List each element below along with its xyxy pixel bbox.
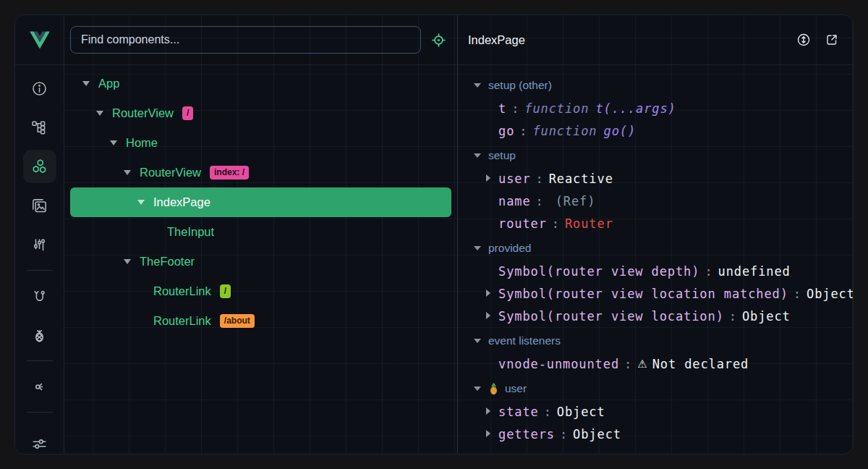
assets-icon bbox=[30, 197, 48, 215]
expand-toggle-icon[interactable] bbox=[110, 140, 119, 145]
property-value: Not declared bbox=[652, 357, 749, 371]
components-toolbar bbox=[64, 15, 457, 65]
property-value: (Ref) bbox=[556, 194, 596, 208]
section-title: setup bbox=[488, 149, 516, 162]
section-header-provided[interactable]: provided bbox=[469, 237, 853, 260]
tree-node-theinput[interactable]: TheInput bbox=[70, 217, 451, 247]
inspector-actions bbox=[795, 31, 841, 48]
sidebar-item-router[interactable] bbox=[23, 279, 56, 313]
function-signature: t(...args) bbox=[595, 101, 676, 116]
inspector-row-name: name:(Ref) bbox=[469, 190, 853, 212]
tree-node-thefooter[interactable]: TheFooter bbox=[70, 247, 451, 276]
expand-arrow-icon[interactable] bbox=[486, 407, 490, 415]
property-key: vnode-unmounted bbox=[498, 357, 619, 371]
component-name: RouterView bbox=[140, 166, 201, 179]
sidebar bbox=[15, 15, 64, 454]
triangle-down-icon bbox=[110, 140, 117, 145]
component-name: RouterLink bbox=[153, 284, 211, 298]
function-signature: go() bbox=[604, 124, 637, 138]
property-key: t bbox=[498, 101, 506, 116]
tree-node-routerview[interactable]: RouterViewindex: / bbox=[70, 158, 451, 187]
scroll-to-component-button[interactable] bbox=[795, 31, 812, 48]
section-header-setup[interactable]: setup bbox=[469, 144, 853, 167]
property-value: Object bbox=[573, 427, 621, 441]
expand-toggle-icon[interactable] bbox=[124, 170, 132, 175]
inspector-row-router: router:Router bbox=[469, 212, 853, 234]
property-key: getters bbox=[498, 427, 555, 441]
sidebar-item-settings[interactable] bbox=[23, 427, 56, 455]
sidebar-item-graph[interactable] bbox=[23, 370, 56, 403]
key-value-separator: : bbox=[536, 194, 544, 208]
select-component-button[interactable] bbox=[429, 30, 448, 49]
tree-node-app[interactable]: App bbox=[70, 69, 451, 98]
sidebar-item-overview[interactable] bbox=[23, 72, 56, 105]
scroll-to-icon bbox=[796, 32, 812, 48]
warning-icon: ⚠ bbox=[637, 358, 647, 371]
components-panel: AppRouterView/HomeRouterViewindex: /Inde… bbox=[64, 15, 458, 454]
inspector-row-symbol-router-view-depth-: Symbol(router view depth):undefined bbox=[469, 260, 853, 282]
triangle-down-icon bbox=[474, 153, 481, 158]
inspector-body: setup (other)t:functiont(...args)go:func… bbox=[458, 65, 853, 454]
settings-icon bbox=[30, 435, 48, 453]
tree-node-home[interactable]: Home bbox=[70, 128, 451, 158]
external-link-icon bbox=[824, 32, 840, 48]
component-name: TheInput bbox=[167, 225, 214, 239]
triangle-down-icon bbox=[124, 259, 131, 264]
search-input[interactable] bbox=[70, 26, 421, 54]
component-tree: AppRouterView/HomeRouterViewindex: /Inde… bbox=[64, 65, 457, 454]
component-name: TheFooter bbox=[140, 255, 195, 269]
vue-logo-icon bbox=[27, 29, 52, 51]
target-icon bbox=[430, 32, 447, 48]
tree-node-routerlink[interactable]: RouterLink/about bbox=[70, 306, 451, 336]
triangle-down-icon bbox=[82, 81, 90, 86]
vue-devtools-window: AppRouterView/HomeRouterViewindex: /Inde… bbox=[14, 14, 854, 455]
expand-toggle-icon[interactable] bbox=[124, 259, 132, 264]
pinia-icon bbox=[30, 326, 48, 345]
tree-node-routerview[interactable]: RouterView/ bbox=[70, 98, 451, 128]
expand-arrow-icon[interactable] bbox=[486, 174, 490, 182]
section-header-event-listeners[interactable]: event listeners bbox=[469, 329, 853, 352]
inspector-panel: IndexPage setup (other)t:functiont(...ar… bbox=[458, 15, 853, 454]
section-header-setup-other-[interactable]: setup (other) bbox=[469, 74, 853, 97]
expand-arrow-icon[interactable] bbox=[486, 290, 490, 297]
tree-node-routerlink[interactable]: RouterLink/ bbox=[70, 276, 451, 306]
function-keyword: function bbox=[524, 101, 589, 116]
triangle-down-icon bbox=[474, 83, 481, 88]
section-header-user[interactable]: user bbox=[469, 377, 853, 400]
property-key: go bbox=[498, 124, 514, 138]
inspector-row-vnode-unmounted: vnode-unmounted:⚠Not declared bbox=[469, 352, 853, 375]
inspector-row-symbol-router-view-location-matched-: Symbol(router view location matched):Obj… bbox=[469, 282, 853, 305]
key-value-separator: : bbox=[560, 427, 568, 441]
triangle-down-icon bbox=[474, 386, 481, 391]
tree-node-indexpage[interactable]: IndexPage bbox=[70, 187, 451, 217]
expand-toggle-icon[interactable] bbox=[96, 111, 105, 116]
sidebar-divider bbox=[27, 360, 53, 361]
page-tree-icon bbox=[30, 119, 48, 137]
expand-arrow-icon[interactable] bbox=[486, 312, 490, 319]
expand-toggle-icon[interactable] bbox=[137, 200, 146, 205]
sidebar-item-assets[interactable] bbox=[23, 189, 56, 222]
component-name: App bbox=[98, 77, 119, 90]
component-name: RouterLink bbox=[153, 314, 211, 328]
inspector-title: IndexPage bbox=[468, 33, 525, 47]
expand-arrow-icon[interactable] bbox=[486, 430, 490, 437]
section-title: event listeners bbox=[488, 334, 561, 347]
sidebar-item-components[interactable] bbox=[23, 150, 56, 183]
sidebar-item-pinia[interactable] bbox=[23, 318, 56, 352]
sidebar-item-pages[interactable] bbox=[23, 111, 56, 144]
inspector-row-state: state:Object bbox=[469, 400, 853, 423]
open-in-editor-button[interactable] bbox=[823, 31, 841, 48]
main-area: AppRouterView/HomeRouterViewindex: /Inde… bbox=[64, 15, 853, 454]
property-key: state bbox=[498, 405, 539, 419]
section-title: setup (other) bbox=[488, 79, 552, 92]
triangle-down-icon bbox=[124, 170, 131, 175]
inspector-row-symbol-router-view-location-: Symbol(router view location):Object bbox=[469, 305, 853, 327]
component-name: Home bbox=[126, 136, 158, 150]
property-key: user bbox=[498, 172, 531, 186]
inspector-row-go: go:functiongo() bbox=[469, 119, 853, 142]
section-title: user bbox=[505, 382, 527, 395]
key-value-separator: : bbox=[511, 101, 519, 116]
expand-toggle-icon[interactable] bbox=[82, 81, 91, 86]
sidebar-item-timeline[interactable] bbox=[23, 228, 56, 261]
inspector-row-t: t:functiont(...args) bbox=[469, 97, 853, 119]
